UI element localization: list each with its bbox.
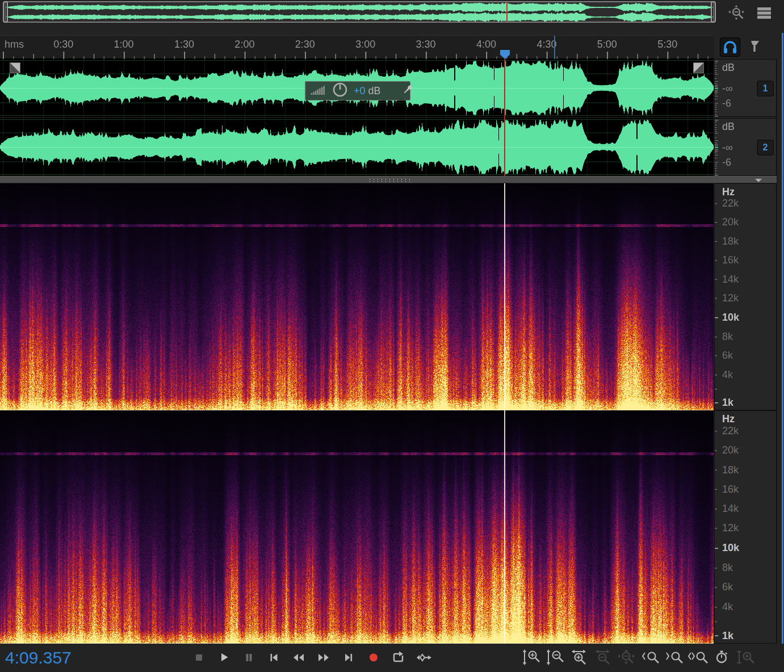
go-to-start-button[interactable] (263, 647, 283, 669)
zero-line-tick (715, 147, 718, 148)
divider-caret-icon[interactable] (755, 179, 762, 182)
pin-marker-icon (748, 39, 762, 56)
pause-icon (242, 650, 255, 666)
hz-scale-channel-2[interactable]: Hz22k20k18k16k14k12k10k8k6k4k1k (714, 410, 777, 644)
hz-scale-label: 12k (722, 522, 739, 534)
time-display[interactable]: 4:09.357 (5, 648, 72, 667)
panel-menu-button[interactable] (754, 3, 774, 24)
zoom-in-time-icon (569, 649, 588, 667)
zoom-in-time-button[interactable] (568, 647, 588, 669)
db-scale-label: dB (722, 62, 735, 74)
hud-pin-icon[interactable] (401, 83, 414, 98)
zoom-vertical-selection-icon (736, 649, 754, 667)
zoom-to-in-point-button[interactable] (640, 647, 660, 669)
stop-button[interactable] (188, 647, 208, 669)
zoom-to-out-point-button[interactable] (664, 647, 684, 669)
ruler-time-label: 2:00 (234, 39, 254, 51)
fast-forward-icon (316, 650, 331, 666)
ruler-toolbar (716, 35, 784, 59)
hz-scale-label: 20k (722, 444, 739, 456)
hz-scale-label: 1k (722, 397, 733, 409)
zoom-to-out-point-icon (665, 649, 683, 667)
rewind-button[interactable] (288, 647, 308, 669)
record-icon (367, 650, 380, 666)
db-scale-label: -6 (722, 157, 731, 169)
fade-in-handle[interactable] (10, 62, 20, 73)
timeline-marker-line[interactable] (554, 36, 555, 59)
spectrogram-channel-2[interactable] (0, 410, 714, 644)
record-timer-button[interactable] (711, 647, 731, 669)
zoom-out-amplitude-button[interactable] (544, 647, 564, 669)
hz-unit-label: Hz (722, 186, 735, 198)
fast-forward-button[interactable] (313, 647, 333, 669)
hz-scale-label: 6k (722, 581, 733, 593)
zoom-to-selection-button[interactable] (687, 647, 707, 669)
go-to-end-button[interactable] (338, 647, 358, 669)
zoom-in-amplitude-button[interactable] (521, 647, 540, 669)
db-scale-channel-2[interactable]: dB-∞-62 (714, 118, 777, 176)
loop-playback-icon (391, 650, 406, 666)
gain-knob[interactable] (332, 81, 349, 100)
hz-scale-label: 14k (722, 503, 739, 515)
time-ruler[interactable]: hms 0:301:001:302:002:303:003:304:004:30… (0, 35, 714, 59)
level-bars-icon (310, 83, 327, 98)
channel-2-button[interactable]: 2 (757, 140, 774, 156)
hz-scale-label: 20k (722, 216, 739, 228)
loop-playback-button[interactable] (388, 647, 408, 669)
zoom-out-full-button (616, 647, 636, 669)
zoom-out-full-icon (617, 649, 636, 667)
pause-button[interactable] (238, 647, 258, 669)
hz-scale-label: 14k (722, 273, 739, 285)
gain-hud[interactable]: +0dB (305, 81, 410, 100)
waveform-canvas-2[interactable] (0, 118, 714, 176)
panel-menu-icon (757, 7, 772, 21)
spectrogram-canvas-1[interactable] (0, 183, 714, 410)
monitor-headphones-icon (722, 39, 738, 56)
db-scale-label: -∞ (722, 83, 733, 95)
hud-drag-handle-icon[interactable] (305, 81, 306, 100)
hz-scale-ticks (715, 184, 720, 411)
hz-unit-label: Hz (722, 413, 735, 425)
channel-1-button[interactable]: 1 (757, 81, 774, 96)
go-to-end-icon (342, 650, 355, 666)
hz-scale-label: 22k (722, 425, 739, 436)
overview-navigator-row (0, 0, 784, 34)
overview-zoom-out-button[interactable] (727, 3, 747, 24)
ruler-time-label: 3:00 (355, 39, 375, 51)
zoom-in-amplitude-icon (522, 649, 540, 667)
waveform-channel-2[interactable] (0, 118, 714, 176)
playhead-line-spectrogram (504, 183, 505, 644)
monitor-headphones-button[interactable] (720, 37, 740, 57)
hz-scale-label: 4k (722, 601, 733, 613)
divider-grip-icon[interactable] (368, 178, 413, 182)
view-split-divider[interactable] (0, 176, 777, 183)
zoom-out-time-button (592, 647, 612, 669)
db-scale-channel-1[interactable]: dB-∞-61 (714, 59, 777, 117)
zoom-to-selection-icon (687, 649, 708, 667)
hz-scale-channel-1[interactable]: Hz22k20k18k16k14k12k10k8k6k4k1k (714, 183, 777, 410)
hz-scale-label: 10k (722, 312, 739, 324)
ruler-unit-label: hms (5, 39, 24, 51)
spectrogram-channel-1[interactable] (0, 183, 714, 410)
zoom-out-amplitude-icon (546, 649, 564, 667)
gain-value[interactable]: +0dB (354, 85, 381, 97)
skip-selection-button[interactable] (413, 647, 433, 669)
overview-zoom-out-icon (727, 4, 746, 24)
hz-scale-label: 10k (722, 542, 739, 554)
overview-left-handle[interactable] (3, 1, 8, 23)
pin-marker-button[interactable] (745, 36, 765, 58)
hz-scale-label: 18k (722, 235, 739, 247)
ruler-time-label: 0:30 (53, 39, 73, 51)
play-button[interactable] (213, 647, 233, 669)
record-button[interactable] (363, 647, 383, 669)
spectrogram-canvas-2[interactable] (0, 410, 714, 644)
ruler-time-label: 4:00 (476, 39, 496, 51)
overview-playhead-line (506, 2, 508, 22)
ruler-time-label: 5:00 (597, 39, 617, 51)
overview-navigator[interactable] (5, 1, 714, 23)
ruler-time-label: 3:30 (416, 39, 436, 51)
fade-out-handle[interactable] (693, 62, 704, 73)
overview-right-handle[interactable] (711, 1, 716, 23)
db-scale-label: -∞ (722, 142, 733, 154)
overview-waveform-canvas[interactable] (6, 2, 713, 22)
